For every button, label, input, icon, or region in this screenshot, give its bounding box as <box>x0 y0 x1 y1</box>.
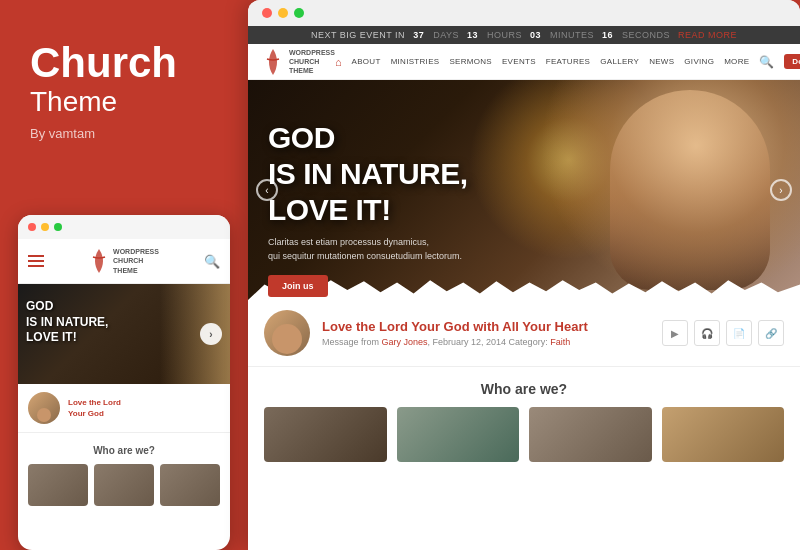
event-hours-unit: HOURS <box>487 30 522 40</box>
desktop-logo-text: WORDPRESSCHURCHTHEME <box>289 48 335 75</box>
mobile-next-button[interactable]: › <box>200 323 222 345</box>
desktop-nav: WORDPRESSCHURCHTHEME ⌂ ABOUT MINISTRIES … <box>248 44 800 80</box>
nav-donate-button[interactable]: Donate <box>784 54 800 69</box>
who-title: Who are we? <box>264 381 784 397</box>
event-minutes-num: 03 <box>530 30 541 40</box>
hero-line2: IS IN NATURE, <box>268 157 468 190</box>
desktop-dot-green <box>294 8 304 18</box>
sermon-actions: ▶ 🎧 📄 🔗 <box>662 320 784 346</box>
nav-ministries[interactable]: MINISTRIES <box>391 57 440 66</box>
mobile-logo-text: WORDPRESSCHURCHTHEME <box>113 247 159 274</box>
desktop-dots-bar <box>248 0 800 26</box>
hero-subtitle-line2: qui sequitur mutationem consuetudium lec… <box>268 251 462 261</box>
who-section: Who are we? <box>248 367 800 472</box>
app-subtitle: Theme <box>30 86 218 118</box>
sermon-title[interactable]: Love the Lord Your God with All Your Hea… <box>322 319 650 334</box>
mobile-avatar <box>28 392 60 424</box>
app-title: Church <box>30 40 218 86</box>
nav-events[interactable]: EVENTS <box>502 57 536 66</box>
hero-line1: GOD <box>268 121 335 154</box>
event-seconds-unit: SECONDS <box>622 30 670 40</box>
nav-search-icon[interactable]: 🔍 <box>759 55 774 69</box>
mobile-sermon-title: Love the LordYour God <box>68 397 121 419</box>
who-item-3 <box>529 407 652 462</box>
sermon-audio-button[interactable]: 🎧 <box>694 320 720 346</box>
nav-sermons[interactable]: SERMONS <box>449 57 492 66</box>
hero-line3: LOVE IT! <box>268 193 391 226</box>
hero-content: GOD IS IN NATURE, LOVE IT! Claritas est … <box>268 120 468 297</box>
sermon-avatar-face <box>272 324 302 354</box>
mobile-dot-red <box>28 223 36 231</box>
who-grid <box>264 407 784 462</box>
mobile-hero: GODIS IN NATURE,LOVE IT! › <box>18 284 230 384</box>
hero-join-button[interactable]: Join us <box>268 275 328 297</box>
hero-next-button[interactable]: › <box>770 179 792 201</box>
hamburger-icon[interactable] <box>28 255 44 267</box>
mobile-logo: WORDPRESSCHURCHTHEME <box>89 247 159 275</box>
mobile-hero-text: GODIS IN NATURE,LOVE IT! <box>26 299 108 346</box>
mobile-who-title: Who are we? <box>18 433 230 464</box>
hero-subtitle-line1: Claritas est etiam processus dynamicus, <box>268 237 429 247</box>
sermon-play-button[interactable]: ▶ <box>662 320 688 346</box>
mobile-grid-item-1 <box>28 464 88 506</box>
mobile-hero-heading: GODIS IN NATURE,LOVE IT! <box>26 299 108 346</box>
nav-gallery[interactable]: GALLERY <box>600 57 639 66</box>
nav-more[interactable]: MORE <box>724 57 749 66</box>
mobile-sermon: Love the LordYour God <box>18 384 230 433</box>
hero-subtitle: Claritas est etiam processus dynamicus, … <box>268 236 468 263</box>
event-days-num: 37 <box>413 30 424 40</box>
nav-giving[interactable]: GIVING <box>684 57 714 66</box>
mobile-nav: WORDPRESSCHURCHTHEME 🔍 <box>18 239 230 284</box>
nav-news[interactable]: NEWS <box>649 57 674 66</box>
mobile-grid-item-2 <box>94 464 154 506</box>
desktop-dot-red <box>262 8 272 18</box>
event-bar: NEXT BIG EVENT IN 37 DAYS 13 HOURS 03 MI… <box>248 26 800 44</box>
desktop-nav-items: ⌂ ABOUT MINISTRIES SERMONS EVENTS FEATUR… <box>335 54 800 69</box>
who-item-2 <box>397 407 520 462</box>
event-days-unit: DAYS <box>433 30 459 40</box>
nav-features[interactable]: FEATURES <box>546 57 590 66</box>
mobile-search-icon[interactable]: 🔍 <box>204 254 220 269</box>
sermon-download-button[interactable]: 📄 <box>726 320 752 346</box>
desktop-dot-yellow <box>278 8 288 18</box>
who-item-4 <box>662 407 785 462</box>
desktop-preview: NEXT BIG EVENT IN 37 DAYS 13 HOURS 03 MI… <box>248 0 800 550</box>
desktop-logo[interactable]: WORDPRESSCHURCHTHEME <box>262 47 335 77</box>
mobile-who-grid <box>18 464 230 506</box>
sermon-row: Love the Lord Your God with All Your Hea… <box>248 300 800 367</box>
sermon-info: Love the Lord Your God with All Your Hea… <box>322 319 650 347</box>
mobile-grid-item-3 <box>160 464 220 506</box>
hero-heading: GOD IS IN NATURE, LOVE IT! <box>268 120 468 228</box>
event-hours-num: 13 <box>467 30 478 40</box>
event-minutes-unit: MINUTES <box>550 30 594 40</box>
mobile-dot-green <box>54 223 62 231</box>
logo-icon <box>262 47 284 77</box>
nav-about[interactable]: ABOUT <box>352 57 381 66</box>
mobile-logo-icon <box>89 247 109 275</box>
desktop-hero: GOD IS IN NATURE, LOVE IT! Claritas est … <box>248 80 800 300</box>
hero-prev-button[interactable]: ‹ <box>256 179 278 201</box>
event-read-more[interactable]: Read More <box>678 30 737 40</box>
mobile-preview: WORDPRESSCHURCHTHEME 🔍 GODIS IN NATURE,L… <box>18 215 230 550</box>
who-item-1 <box>264 407 387 462</box>
app-author: By vamtam <box>30 126 218 141</box>
event-seconds-num: 16 <box>602 30 613 40</box>
hero-bg-light <box>540 80 800 300</box>
sermon-avatar <box>264 310 310 356</box>
sermon-share-button[interactable]: 🔗 <box>758 320 784 346</box>
left-panel: Church Theme By vamtam WORDPRESSCHURCHTH… <box>0 0 248 550</box>
event-bar-label: NEXT BIG EVENT IN <box>311 30 405 40</box>
mobile-dots-bar <box>18 215 230 239</box>
nav-home-icon[interactable]: ⌂ <box>335 56 342 68</box>
sermon-meta: Message from Gary Jones, February 12, 20… <box>322 337 650 347</box>
avatar-head <box>37 408 51 422</box>
mobile-dot-yellow <box>41 223 49 231</box>
